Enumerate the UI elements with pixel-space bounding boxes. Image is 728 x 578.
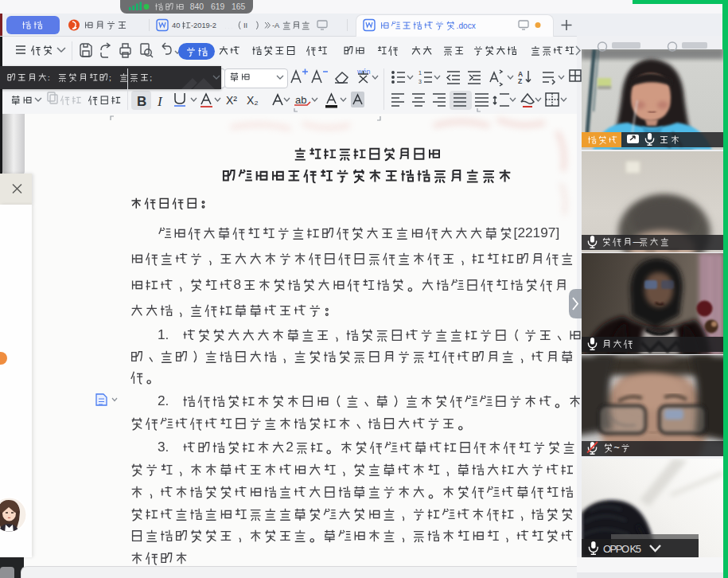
svg-text:—: —: [633, 236, 642, 246]
svg-text:OPPO K5: OPPO K5: [603, 543, 641, 555]
svg-text:~: ~: [614, 442, 620, 453]
